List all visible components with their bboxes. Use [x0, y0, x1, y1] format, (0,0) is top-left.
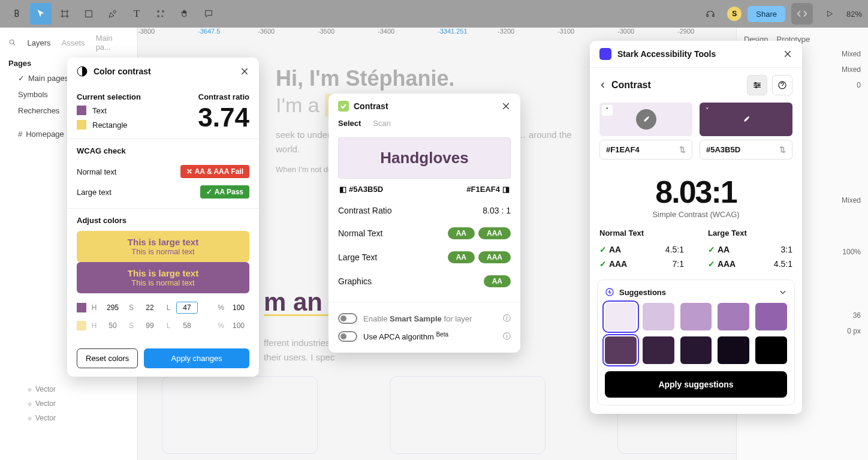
normal-text-row: Normal Text — [338, 229, 382, 238]
layers-tab[interactable]: Layers — [28, 38, 51, 47]
close-button[interactable] — [783, 49, 792, 59]
present-button[interactable] — [819, 3, 840, 25]
background-hex[interactable]: #F1EAF4 ◨ — [466, 185, 510, 194]
suggestion-swatch[interactable] — [755, 336, 787, 364]
select-tab[interactable]: Select — [338, 119, 361, 128]
current-selection-label: Current selection — [77, 92, 141, 101]
layer-item[interactable]: ⟐ Vector — [0, 382, 137, 396]
s-input[interactable]: 22 — [139, 303, 161, 312]
svg-point-2 — [162, 11, 164, 13]
canvas-para: fferent industries i their users. I spec — [264, 336, 334, 365]
search-icon[interactable] — [8, 38, 17, 47]
reset-colors-button[interactable]: Reset colors — [77, 348, 138, 368]
foreground-color-picker[interactable]: ˅ #F1EAF4⇅ — [599, 103, 692, 160]
suggestion-swatch[interactable] — [718, 303, 749, 330]
suggestion-swatch[interactable] — [605, 336, 637, 364]
large-text-row: Large Text — [338, 252, 377, 262]
l-input[interactable]: 58 — [176, 321, 198, 330]
back-button[interactable] — [599, 82, 607, 89]
resources-tool[interactable] — [150, 3, 171, 25]
l-input[interactable]: 47 — [176, 302, 198, 314]
hsl-row-purple: H295 S22 L47 %100 — [77, 298, 249, 317]
text-tool[interactable]: T — [126, 3, 147, 25]
suggestion-swatch[interactable] — [680, 303, 712, 330]
svg-point-1 — [158, 11, 159, 13]
h-input[interactable]: 295 — [102, 303, 123, 312]
foreground-hex[interactable]: ◧ #5A3B5D — [339, 185, 383, 194]
svg-point-9 — [755, 86, 757, 88]
layer-item[interactable]: ⟐ Vector — [0, 411, 137, 425]
contrast-plugin-icon — [338, 101, 349, 112]
close-button[interactable] — [240, 67, 249, 76]
help-icon[interactable]: ⓘ — [503, 313, 511, 324]
aaa-pill: AAA — [478, 227, 511, 239]
apply-suggestions-button[interactable]: Apply suggestions — [605, 371, 787, 398]
share-button[interactable]: Share — [748, 6, 785, 22]
eyedropper-icon[interactable] — [636, 109, 656, 130]
settings-button[interactable] — [747, 75, 767, 95]
frame-tool[interactable] — [54, 3, 76, 25]
close-button[interactable] — [501, 101, 511, 111]
suggestions-section: Suggestions Apply suggestions — [597, 279, 795, 405]
move-tool[interactable] — [30, 3, 52, 25]
graphics-row: Graphics — [338, 276, 372, 286]
contrast-ratio-label: Contrast ratio — [198, 92, 249, 101]
svg-point-3 — [158, 16, 159, 17]
pen-tool[interactable] — [102, 3, 123, 25]
large-text-label: Large text — [77, 188, 111, 197]
scan-tab[interactable]: Scan — [373, 119, 391, 128]
aa-pill: AA — [448, 227, 475, 239]
panel-title: Contrast — [354, 101, 388, 111]
contrast-method-label: Simple Contrast (WCAG) — [590, 210, 802, 219]
s-input[interactable]: 99 — [139, 321, 161, 330]
suggestion-swatch[interactable] — [605, 303, 637, 330]
apply-changes-button[interactable]: Apply changes — [144, 348, 249, 368]
smart-sample-toggle[interactable] — [338, 313, 357, 324]
stark-logo-icon — [599, 48, 611, 60]
apca-toggle[interactable] — [338, 331, 357, 342]
color-contrast-panel: Color contrast Current selection Contras… — [67, 58, 259, 377]
svg-rect-0 — [86, 11, 92, 17]
normal-text-label: Normal text — [77, 167, 116, 176]
normal-text-badge: ✕ AA & AAA Fail — [180, 165, 249, 178]
layer-item[interactable]: ⟐ Vector — [0, 396, 137, 411]
svg-point-4 — [10, 40, 14, 44]
chevron-down-icon[interactable] — [779, 288, 787, 296]
suggestion-swatch[interactable] — [643, 303, 674, 330]
suggestion-swatch[interactable] — [718, 336, 749, 364]
shape-tool[interactable] — [78, 3, 100, 25]
background-color-picker[interactable]: ˅ #5A3B5D⇅ — [700, 103, 792, 160]
rect-swatch — [77, 120, 86, 130]
contrast-ratio-value: 3.74 — [198, 103, 249, 133]
svg-point-8 — [758, 85, 760, 86]
panel-title: Color contrast — [94, 67, 151, 76]
eyedropper-icon[interactable] — [736, 109, 757, 130]
page-selector[interactable]: Main pa... — [96, 34, 129, 52]
figma-menu-button[interactable] — [6, 3, 28, 25]
avatar[interactable]: S — [727, 7, 742, 21]
smart-sample-label: Enable Smart Sample for layer — [363, 314, 472, 323]
comment-tool[interactable] — [198, 3, 219, 25]
sample-preview: Handgloves — [338, 137, 511, 179]
zoom-level[interactable]: 82% — [846, 10, 862, 19]
apca-label: Use APCA algorithm Beta — [363, 331, 448, 341]
hand-tool[interactable] — [174, 3, 195, 25]
help-button[interactable] — [772, 75, 792, 95]
top-toolbar: T S Share 82% — [0, 0, 868, 28]
normal-text-head: Normal Text — [599, 229, 684, 237]
suggestion-swatch[interactable] — [643, 336, 674, 364]
dev-mode-toggle[interactable] — [791, 3, 813, 25]
assets-tab[interactable]: Assets — [62, 38, 85, 47]
contrast-ratio-value: 8.03 : 1 — [483, 206, 511, 215]
stark-panel: Stark Accessibility Tools Contrast ˅ #F1… — [590, 41, 802, 414]
suggestion-swatch[interactable] — [680, 336, 712, 364]
panel-title: Stark Accessibility Tools — [617, 49, 716, 59]
aa-pill: AA — [484, 275, 511, 287]
large-text-head: Large Text — [708, 229, 792, 237]
svg-point-7 — [755, 82, 757, 84]
audio-icon[interactable] — [700, 3, 721, 25]
h-input[interactable]: 50 — [102, 321, 123, 330]
help-icon[interactable]: ⓘ — [503, 331, 511, 342]
suggestion-swatch[interactable] — [755, 303, 787, 330]
svg-rect-6 — [338, 101, 349, 112]
